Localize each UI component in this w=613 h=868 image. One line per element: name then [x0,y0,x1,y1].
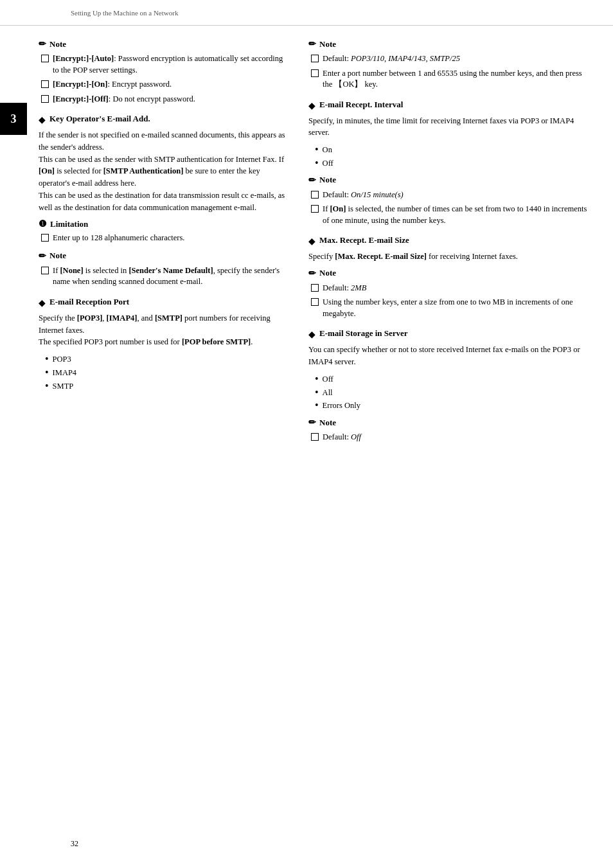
bullet-dot-smtp: • [45,380,49,392]
diamond-icon-max-recept: ◆ [308,236,315,247]
key-operator-body: If the sender is not specified on e-mail… [39,129,289,213]
email-storage-server-title: E-mail Storage in Server [319,328,408,339]
right-checkbox-4 [311,205,319,213]
list-item-on-text: On [323,144,332,156]
right-checkbox-2 [311,69,319,77]
limitation-icon: ❶ [39,218,47,229]
note-text-encrypt-off: [Encrypt:]-[Off]: Do not encrypt passwor… [53,94,195,105]
right-note-text-default-ports: Default: POP3/110, IMAP4/143, SMTP/25 [323,53,460,65]
note-icon-1: ✏ [39,39,46,49]
right-note-item-default-interval: Default: On/15 minute(s) [308,190,587,201]
note-label-1: Note [49,39,66,49]
right-checkbox-1 [311,55,319,62]
email-reception-port-heading: ◆ E-mail Reception Port [39,297,289,308]
list-item-imap4-text: IMAP4 [53,367,77,379]
email-reception-port-title: E-mail Reception Port [49,297,129,307]
right-checkbox-6 [311,298,319,306]
right-note-label-4: Note [319,418,336,428]
right-note-item-on-selected: If [On] is selected, the number of times… [308,204,587,226]
right-note-icon-1: ✏ [308,39,316,49]
chapter-number: 3 [11,112,17,126]
checkbox-icon-3 [41,95,49,103]
bullet-dot-pop3: • [45,353,49,365]
list-item-smtp-text: SMTP [53,380,74,393]
right-note-item-number-keys: Using the number keys, enter a size from… [308,297,587,319]
list-item-pop3-text: POP3 [53,353,71,366]
list-item-imap4: • IMAP4 [45,367,289,379]
right-note-section-1: ✏ Note Default: POP3/110, IMAP4/143, SMT… [308,39,587,91]
right-note-item-default-2mb: Default: 2MB [308,283,587,294]
diamond-icon-key-operator: ◆ [39,114,46,125]
note-header-2: ✏ Note [39,251,289,261]
note-section-2: ✏ Note If [None] is selected in [Sender'… [39,251,289,288]
checkbox-icon-limitation [41,234,49,242]
email-reception-port-body: Specify the [POP3], [IMAP4], and [SMTP] … [39,312,289,348]
right-note-icon-3: ✏ [308,268,316,279]
right-note-header-3: ✏ Note [308,268,587,279]
list-item-storage-off: • Off [315,373,587,385]
note-header-1: ✏ Note [39,39,289,49]
email-storage-server-list: • Off • All • Errors Only [308,373,587,412]
email-recept-interval-body: Specify, in minutes, the time limit for … [308,115,587,139]
page-container: Setting Up the Machine on a Network 3 32… [0,0,613,868]
limitation-text-1: Enter up to 128 alphanumeric characters. [53,233,184,244]
right-note-section-3: ✏ Note Default: 2MB Using the number key… [308,268,587,320]
max-recept-email-size-title: Max. Recept. E-mail Size [319,235,409,245]
limitation-label: Limitation [50,219,88,229]
key-operator-heading: ◆ Key Operator's E-mail Add. [39,114,289,125]
checkbox-icon-none [41,267,49,274]
right-note-text-default-off: Default: Off [323,432,361,443]
note-item-encrypt-auto: [Encrypt:]-[Auto]: Password encryption i… [39,53,289,76]
list-item-errors-only-text: Errors Only [323,400,360,412]
note-text-encrypt-auto: [Encrypt:]-[Auto]: Password encryption i… [53,53,289,76]
list-item-storage-all: • All [315,387,587,399]
bullet-dot-imap4: • [45,367,49,378]
note-item-none: If [None] is selected in [Sender's Name … [39,265,289,288]
list-item-smtp: • SMTP [45,380,289,393]
email-recept-interval-list: • On • Off [308,144,587,170]
limitation-item-1: Enter up to 128 alphanumeric characters. [39,233,289,244]
note-label-2: Note [49,251,66,261]
right-note-text-default-interval: Default: On/15 minute(s) [323,190,404,201]
bullet-dot-storage-all: • [315,387,319,398]
right-note-item-port-number: Enter a port number between 1 and 65535 … [308,68,587,91]
header-bar: Setting Up the Machine on a Network [0,0,613,26]
header-text: Setting Up the Machine on a Network [71,9,178,17]
bullet-dot-on: • [315,144,319,155]
key-operator-title: Key Operator's E-mail Add. [49,114,150,124]
right-note-icon-4: ✏ [308,417,316,428]
checkbox-icon-2 [41,80,49,88]
note-text-encrypt-on: [Encrypt:]-[On]: Encrypt password. [53,79,172,91]
chapter-tab: 3 [0,103,27,135]
email-recept-interval-heading: ◆ E-mail Recept. Interval [308,100,587,111]
content-area: ✏ Note [Encrypt:]-[Auto]: Password encry… [39,32,587,829]
page-number: 32 [71,839,78,849]
right-note-section-2: ✏ Note Default: On/15 minute(s) If [On] … [308,175,587,227]
email-storage-server-heading: ◆ E-mail Storage in Server [308,328,587,340]
bullet-dot-off: • [315,157,319,169]
right-column: ✏ Note Default: POP3/110, IMAP4/143, SMT… [308,32,587,829]
note-text-none: If [None] is selected in [Sender's Name … [53,265,289,288]
right-note-label-2: Note [319,175,336,185]
email-reception-port-list: • POP3 • IMAP4 • SMTP [39,353,289,392]
right-note-section-4: ✏ Note Default: Off [308,417,587,443]
note-icon-2: ✏ [39,251,46,261]
email-recept-interval-title: E-mail Recept. Interval [319,100,403,110]
right-note-item-default-off: Default: Off [308,432,587,443]
right-checkbox-3 [311,191,319,199]
right-note-label-3: Note [319,268,336,278]
max-recept-email-size-heading: ◆ Max. Recept. E-mail Size [308,235,587,247]
right-note-text-on-selected: If [On] is selected, the number of times… [323,204,587,226]
note-section-1: ✏ Note [Encrypt:]-[Auto]: Password encry… [39,39,289,105]
diamond-icon-email-storage: ◆ [308,329,315,340]
bullet-dot-errors-only: • [315,400,319,411]
left-column: ✏ Note [Encrypt:]-[Auto]: Password encry… [39,32,289,829]
list-item-storage-all-text: All [323,387,333,399]
right-note-item-default-ports: Default: POP3/110, IMAP4/143, SMTP/25 [308,53,587,65]
right-note-header-1: ✏ Note [308,39,587,49]
checkbox-icon-1 [41,55,49,62]
bullet-dot-storage-off: • [315,373,319,385]
note-item-encrypt-off: [Encrypt:]-[Off]: Do not encrypt passwor… [39,94,289,105]
list-item-on: • On [315,144,587,156]
limitation-header: ❶ Limitation [39,218,289,229]
